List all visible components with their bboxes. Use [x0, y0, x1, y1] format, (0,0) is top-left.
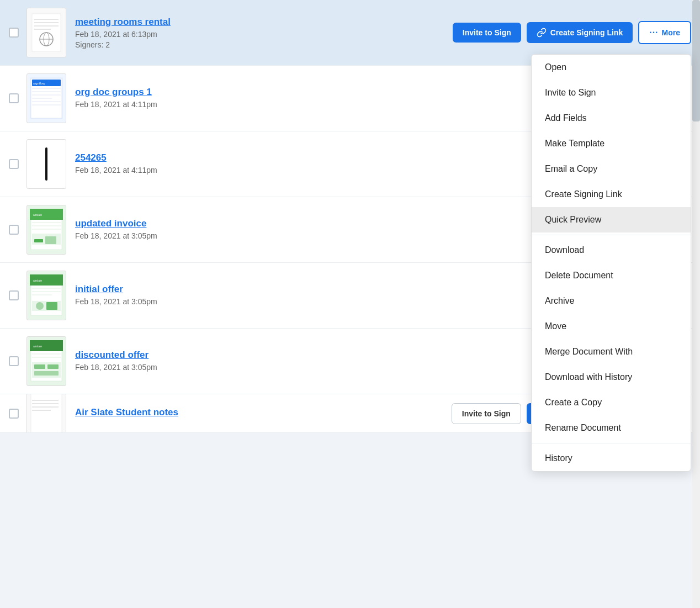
dropdown-item-make-template[interactable]: Make Template	[532, 131, 691, 156]
doc-thumbnail: airslate	[26, 336, 66, 386]
row-checkbox-wrap	[9, 290, 26, 300]
dropdown-item-download[interactable]: Download	[532, 237, 691, 263]
doc-date: Feb 18, 2021 at 6:13pm	[75, 30, 453, 39]
dropdown-item-history[interactable]: History	[532, 446, 691, 471]
row-checkbox-wrap	[9, 28, 26, 38]
svg-text:airslate: airslate	[33, 279, 42, 282]
row-checkbox-wrap	[9, 225, 26, 235]
row-checkbox[interactable]	[9, 356, 19, 366]
scrollbar-track	[692, 0, 700, 608]
dropdown-item-move[interactable]: Move	[532, 314, 691, 339]
row-checkbox-wrap	[9, 356, 26, 366]
row-checkbox[interactable]	[9, 159, 19, 169]
doc-info: Air Slate Student notes	[75, 407, 452, 420]
row-checkbox-wrap	[9, 159, 26, 169]
dropdown-item-delete-document[interactable]: Delete Document	[532, 263, 691, 288]
svg-rect-28	[45, 236, 56, 244]
dropdown-item-create-a-copy[interactable]: Create a Copy	[532, 390, 691, 415]
svg-rect-46	[34, 364, 45, 369]
vertical-line-decoration	[45, 147, 47, 181]
row-checkbox[interactable]	[9, 28, 19, 38]
doc-thumbnail: airslate	[26, 205, 66, 255]
doc-signers: Signers: 2	[75, 40, 453, 49]
more-button[interactable]: ··· More	[638, 21, 691, 44]
doc-info: meeting rooms rental Feb 18, 2021 at 6:1…	[75, 17, 453, 49]
row-checkbox-wrap	[9, 93, 26, 103]
document-list: meeting rooms rental Feb 18, 2021 at 6:1…	[0, 0, 700, 433]
svg-rect-27	[34, 239, 43, 242]
invite-to-sign-button[interactable]: Invite to Sign	[453, 23, 521, 43]
dropdown-item-download-with-history[interactable]: Download with History	[532, 364, 691, 390]
dropdown-item-archive[interactable]: Archive	[532, 288, 691, 314]
dropdown-divider-2	[532, 443, 691, 443]
row-checkbox[interactable]	[9, 225, 19, 235]
doc-thumbnail	[26, 8, 66, 57]
svg-text:signflow: signflow	[33, 82, 45, 85]
dropdown-divider-1	[532, 235, 691, 235]
svg-text:airslate: airslate	[33, 345, 42, 348]
dropdown-item-merge-document-with[interactable]: Merge Document With	[532, 339, 691, 364]
dropdown-item-create-signing-link[interactable]: Create Signing Link	[532, 182, 691, 207]
doc-actions: Invite to Sign Create Signing Link ··· M…	[453, 21, 691, 44]
create-signing-link-button[interactable]: Create Signing Link	[527, 22, 633, 43]
scrollbar-thumb[interactable]	[692, 0, 700, 121]
row-checkbox-wrap	[9, 409, 26, 419]
row-checkbox[interactable]	[9, 409, 19, 419]
dropdown-item-invite-to-sign[interactable]: Invite to Sign	[532, 80, 691, 105]
svg-text:airslate: airslate	[33, 213, 42, 216]
dropdown-item-quick-preview[interactable]: Quick Preview	[532, 207, 691, 232]
svg-rect-47	[47, 364, 59, 369]
dropdown-menu: Open Invite to Sign Add Fields Make Temp…	[531, 54, 691, 472]
create-signing-link-label: Create Signing Link	[550, 28, 623, 37]
svg-point-37	[36, 302, 44, 310]
doc-title[interactable]: meeting rooms rental	[75, 17, 453, 28]
svg-rect-38	[46, 302, 57, 310]
dropdown-item-email-a-copy[interactable]: Email a Copy	[532, 156, 691, 182]
more-label: More	[662, 28, 680, 37]
dots-icon: ···	[649, 28, 658, 38]
doc-thumbnail: airslate	[26, 271, 66, 320]
doc-title[interactable]: Air Slate Student notes	[75, 407, 452, 418]
invite-to-sign-button[interactable]: Invite to Sign	[452, 403, 521, 424]
dropdown-item-open[interactable]: Open	[532, 55, 691, 80]
svg-rect-48	[34, 371, 59, 376]
row-checkbox[interactable]	[9, 93, 19, 103]
doc-thumbnail	[26, 139, 66, 189]
doc-thumbnail: signflow	[26, 73, 66, 123]
dropdown-item-add-fields[interactable]: Add Fields	[532, 105, 691, 131]
row-checkbox[interactable]	[9, 290, 19, 300]
link-icon	[537, 28, 547, 38]
dropdown-item-rename-document[interactable]: Rename Document	[532, 415, 691, 441]
doc-thumbnail	[26, 394, 66, 433]
